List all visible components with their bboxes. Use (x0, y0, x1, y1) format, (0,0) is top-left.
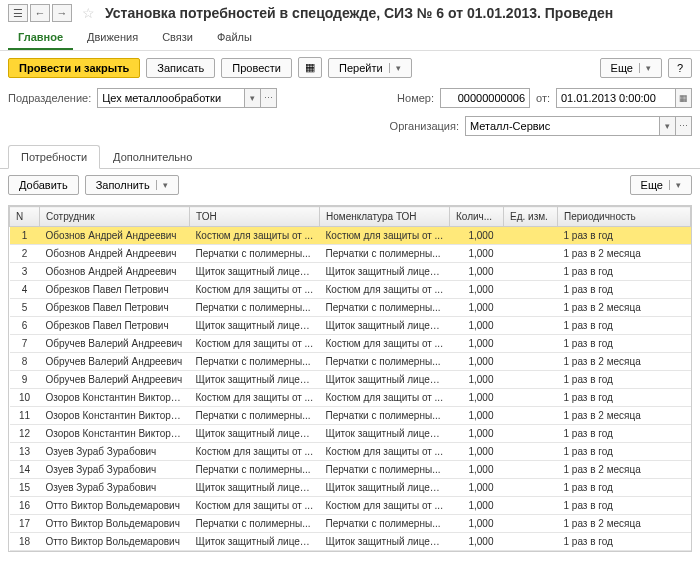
number-field[interactable] (440, 88, 530, 108)
save-button[interactable]: Записать (146, 58, 215, 78)
cell-employee: Обознов Андрей Андреевич (40, 245, 190, 263)
cell-employee: Озоров Константин Викторо... (40, 407, 190, 425)
cell-nom: Щиток защитный лицевой (320, 533, 450, 551)
open-icon[interactable]: ⋯ (261, 88, 277, 108)
go-button[interactable]: Перейти ▾ (328, 58, 412, 78)
cell-qty: 1,000 (450, 299, 504, 317)
cell-employee: Обрезков Павел Петрович (40, 317, 190, 335)
table-row[interactable]: 8Обручев Валерий АндреевичПерчатки с пол… (10, 353, 691, 371)
cell-n: 18 (10, 533, 40, 551)
table-row[interactable]: 16Отто Виктор ВольдемаровичКостюм для за… (10, 497, 691, 515)
cell-employee: Отто Виктор Вольдемарович (40, 533, 190, 551)
cell-ton: Перчатки с полимерны... (190, 407, 320, 425)
more-label: Еще (611, 62, 633, 74)
cell-period: 1 раз в год (558, 389, 691, 407)
date-field[interactable] (556, 88, 676, 108)
nav-tabs: Главное Движения Связи Файлы (0, 26, 700, 51)
table-row[interactable]: 17Отто Виктор ВольдемаровичПерчатки с по… (10, 515, 691, 533)
help-button[interactable]: ? (668, 58, 692, 78)
chevron-down-icon: ▾ (669, 180, 681, 190)
cell-qty: 1,000 (450, 317, 504, 335)
favorite-star-icon[interactable]: ☆ (82, 5, 95, 21)
table-row[interactable]: 3Обознов Андрей АндреевичЩиток защитный … (10, 263, 691, 281)
cell-nom: Перчатки с полимерны... (320, 353, 450, 371)
cell-period: 1 раз в 2 месяца (558, 407, 691, 425)
table-row[interactable]: 12Озоров Константин Викторо...Щиток защи… (10, 425, 691, 443)
cell-unit (504, 515, 558, 533)
menu-icon[interactable]: ☰ (8, 4, 28, 22)
calendar-icon[interactable]: ▦ (676, 88, 692, 108)
nav-group: ☰ ← → (8, 4, 72, 22)
cell-period: 1 раз в год (558, 533, 691, 551)
back-button[interactable]: ← (30, 4, 50, 22)
cell-nom: Щиток защитный лицевой (320, 425, 450, 443)
cell-nom: Костюм для защиты от ... (320, 227, 450, 245)
cell-unit (504, 263, 558, 281)
cell-period: 1 раз в год (558, 335, 691, 353)
add-button[interactable]: Добавить (8, 175, 79, 195)
tab-main[interactable]: Главное (8, 26, 73, 50)
table-row[interactable]: 4Обрезков Павел ПетровичКостюм для защит… (10, 281, 691, 299)
col-qty[interactable]: Колич... (450, 207, 504, 227)
cell-employee: Обрезков Павел Петрович (40, 281, 190, 299)
cell-qty: 1,000 (450, 497, 504, 515)
table-row[interactable]: 13Озуев Зураб ЗурабовичКостюм для защиты… (10, 443, 691, 461)
col-n[interactable]: N (10, 207, 40, 227)
table-row[interactable]: 7Обручев Валерий АндреевичКостюм для защ… (10, 335, 691, 353)
post-button[interactable]: Провести (221, 58, 292, 78)
post-and-close-button[interactable]: Провести и закрыть (8, 58, 140, 78)
cell-qty: 1,000 (450, 245, 504, 263)
table-row[interactable]: 9Обручев Валерий АндреевичЩиток защитный… (10, 371, 691, 389)
cell-n: 5 (10, 299, 40, 317)
table-row[interactable]: 5Обрезков Павел ПетровичПерчатки с полим… (10, 299, 691, 317)
dropdown-icon[interactable]: ▾ (660, 116, 676, 136)
tab-links[interactable]: Связи (152, 26, 203, 50)
cell-period: 1 раз в год (558, 443, 691, 461)
table-more-button[interactable]: Еще ▾ (630, 175, 692, 195)
col-unit[interactable]: Ед. изм. (504, 207, 558, 227)
cell-employee: Озоров Константин Викторо... (40, 389, 190, 407)
col-periodicity[interactable]: Периодичность (558, 207, 691, 227)
table-row[interactable]: 6Обрезков Павел ПетровичЩиток защитный л… (10, 317, 691, 335)
open-icon[interactable]: ⋯ (676, 116, 692, 136)
dept-field[interactable] (97, 88, 245, 108)
subtab-extra[interactable]: Дополнительно (100, 145, 205, 169)
cell-ton: Щиток защитный лицевой (190, 479, 320, 497)
cell-unit (504, 407, 558, 425)
forward-button[interactable]: → (52, 4, 72, 22)
cell-qty: 1,000 (450, 425, 504, 443)
table-row[interactable]: 18Отто Виктор ВольдемаровичЩиток защитны… (10, 533, 691, 551)
cell-qty: 1,000 (450, 389, 504, 407)
cell-employee: Отто Виктор Вольдемарович (40, 497, 190, 515)
cell-nom: Перчатки с полимерны... (320, 461, 450, 479)
table-row[interactable]: 15Озуев Зураб ЗурабовичЩиток защитный ли… (10, 479, 691, 497)
registers-icon[interactable]: ▦ (298, 57, 322, 78)
cell-ton: Щиток защитный лицевой (190, 425, 320, 443)
cell-nom: Костюм для защиты от ... (320, 389, 450, 407)
table-header: N Сотрудник ТОН Номенклатура ТОН Колич..… (10, 207, 691, 227)
subtab-needs[interactable]: Потребности (8, 145, 100, 169)
cell-employee: Обручев Валерий Андреевич (40, 371, 190, 389)
more-button[interactable]: Еще ▾ (600, 58, 662, 78)
tab-files[interactable]: Файлы (207, 26, 262, 50)
table-more-label: Еще (641, 179, 663, 191)
fill-label: Заполнить (96, 179, 150, 191)
dropdown-icon[interactable]: ▾ (245, 88, 261, 108)
fill-button[interactable]: Заполнить ▾ (85, 175, 179, 195)
table-row[interactable]: 11Озоров Константин Викторо...Перчатки с… (10, 407, 691, 425)
table-row[interactable]: 14Озуев Зураб ЗурабовичПерчатки с полиме… (10, 461, 691, 479)
cell-employee: Обрезков Павел Петрович (40, 299, 190, 317)
cell-ton: Щиток защитный лицевой (190, 533, 320, 551)
table-row[interactable]: 10Озоров Константин Викторо...Костюм для… (10, 389, 691, 407)
org-field[interactable] (465, 116, 660, 136)
col-ton[interactable]: ТОН (190, 207, 320, 227)
cell-qty: 1,000 (450, 227, 504, 245)
col-nomenclature[interactable]: Номенклатура ТОН (320, 207, 450, 227)
col-employee[interactable]: Сотрудник (40, 207, 190, 227)
cell-ton: Перчатки с полимерны... (190, 515, 320, 533)
tab-moves[interactable]: Движения (77, 26, 148, 50)
cell-unit (504, 533, 558, 551)
table-row[interactable]: 1Обознов Андрей АндреевичКостюм для защи… (10, 227, 691, 245)
cell-n: 16 (10, 497, 40, 515)
table-row[interactable]: 2Обознов Андрей АндреевичПерчатки с поли… (10, 245, 691, 263)
